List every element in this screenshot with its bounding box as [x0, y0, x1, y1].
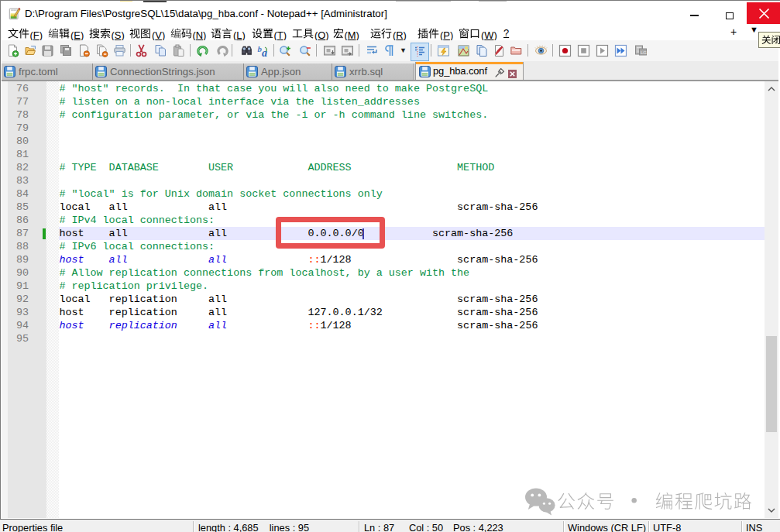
svg-text:LG: LG [641, 50, 647, 55]
